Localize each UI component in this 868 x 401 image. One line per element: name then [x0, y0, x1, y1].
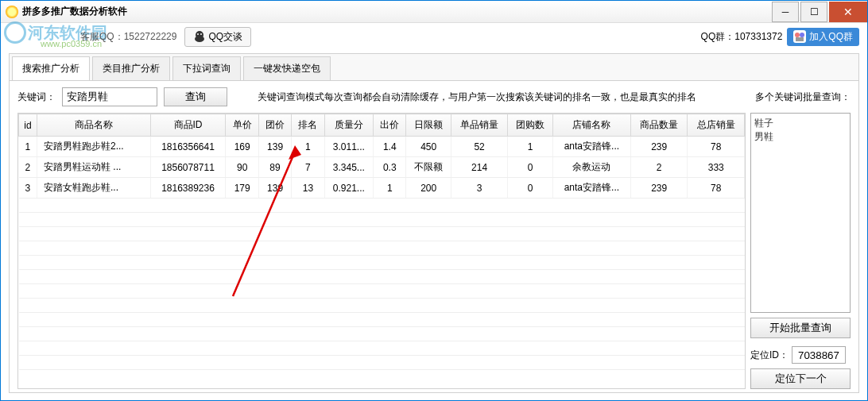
- locate-row: 定位ID：: [750, 346, 851, 364]
- col-daily-limit[interactable]: 日限额: [406, 114, 451, 137]
- svg-rect-6: [796, 37, 804, 41]
- col-group-count[interactable]: 团购数: [508, 114, 552, 137]
- results-table: id 商品名称 商品ID 单价 团价 排名 质量分 出价 日限额 单品销量 团购…: [18, 114, 745, 370]
- tab-search-analysis[interactable]: 搜索推广分析: [12, 56, 90, 80]
- query-hint: 关键词查询模式每次查询都会自动清除缓存，与用户第一次搜索该关键词的排名一致，也是…: [258, 91, 696, 104]
- qq-group-number: QQ群：107331372: [701, 30, 783, 44]
- app-window: 拼多多推广数据分析软件 ─ ☐ ✕ 河东软件园 www.pc0359.cn 客服…: [0, 0, 868, 401]
- qq-icon: [193, 30, 206, 43]
- tab-category-analysis[interactable]: 类目推广分析: [92, 56, 170, 80]
- col-item-sales[interactable]: 单品销量: [451, 114, 507, 137]
- col-product-count[interactable]: 商品数量: [630, 114, 687, 137]
- results-table-area: id 商品名称 商品ID 单价 团价 排名 质量分 出价 日限额 单品销量 团购…: [17, 113, 746, 389]
- col-price[interactable]: 单价: [226, 114, 258, 137]
- tab-dropdown-query[interactable]: 下拉词查询: [172, 56, 241, 80]
- col-quality[interactable]: 质量分: [324, 114, 373, 137]
- locate-next-button[interactable]: 定位下一个: [750, 368, 851, 389]
- svg-point-3: [200, 33, 202, 35]
- locate-id-input[interactable]: [792, 346, 846, 364]
- col-total-sales[interactable]: 总店销量: [688, 114, 745, 137]
- svg-point-1: [195, 36, 204, 42]
- svg-point-5: [800, 33, 804, 37]
- start-batch-query-button[interactable]: 开始批量查询: [750, 318, 851, 338]
- title-bar: 拼多多推广数据分析软件 ─ ☐ ✕: [1, 1, 867, 23]
- tab-express-package[interactable]: 一键发快递空包: [243, 56, 331, 80]
- table-row[interactable]: 3安踏女鞋跑步鞋...1816389236179139130.921...120…: [19, 178, 745, 199]
- join-qq-group-button[interactable]: 加入QQ群: [787, 28, 859, 46]
- query-button[interactable]: 查询: [164, 87, 227, 106]
- locate-id-label: 定位ID：: [750, 349, 789, 362]
- svg-point-2: [197, 33, 199, 35]
- kefu-qq-label: 客服QQ：1522722229: [80, 30, 176, 44]
- keyword-input[interactable]: [62, 87, 157, 106]
- close-button[interactable]: ✕: [829, 2, 867, 22]
- col-bid[interactable]: 出价: [374, 114, 406, 137]
- side-panel: 鞋子男鞋 开始批量查询 定位ID： 定位下一个: [750, 113, 851, 389]
- minimize-button[interactable]: ─: [772, 2, 799, 22]
- col-product-id[interactable]: 商品ID: [150, 114, 226, 137]
- col-group-price[interactable]: 团价: [258, 114, 291, 137]
- content-panel: 搜索推广分析 类目推广分析 下拉词查询 一键发快递空包 关键词： 查询 关键词查…: [9, 53, 859, 393]
- batch-query-label: 多个关键词批量查询：: [755, 91, 851, 104]
- col-rank[interactable]: 排名: [292, 114, 324, 137]
- table-body: 1安踏男鞋跑步鞋2...181635664116913913.011...1.4…: [19, 137, 745, 370]
- maximize-button[interactable]: ☐: [800, 2, 827, 22]
- col-id[interactable]: id: [19, 114, 37, 137]
- qq-chat-button[interactable]: QQ交谈: [184, 27, 251, 47]
- window-title: 拼多多推广数据分析软件: [22, 5, 127, 18]
- tab-bar: 搜索推广分析 类目推广分析 下拉词查询 一键发快递空包: [10, 54, 858, 81]
- window-controls: ─ ☐ ✕: [770, 2, 867, 22]
- svg-point-4: [795, 33, 800, 37]
- table-row[interactable]: 2安踏男鞋运动鞋 ...1856078711908973.345...0.3不限…: [19, 157, 745, 178]
- app-icon: [6, 6, 18, 18]
- table-row[interactable]: 1安踏男鞋跑步鞋2...181635664116913913.011...1.4…: [19, 137, 745, 157]
- top-toolbar: 河东软件园 www.pc0359.cn 客服QQ：1522722229 QQ交谈…: [1, 23, 867, 50]
- keyword-label: 关键词：: [17, 91, 56, 104]
- qq-group-icon: [793, 30, 806, 43]
- col-shop-name[interactable]: 店铺名称: [552, 114, 630, 137]
- main-layout: id 商品名称 商品ID 单价 团价 排名 质量分 出价 日限额 单品销量 团购…: [10, 113, 858, 389]
- batch-keywords-textarea[interactable]: 鞋子男鞋: [750, 113, 851, 313]
- col-product-name[interactable]: 商品名称: [37, 114, 150, 137]
- query-row: 关键词： 查询 关键词查询模式每次查询都会自动清除缓存，与用户第一次搜索该关键词…: [10, 81, 858, 113]
